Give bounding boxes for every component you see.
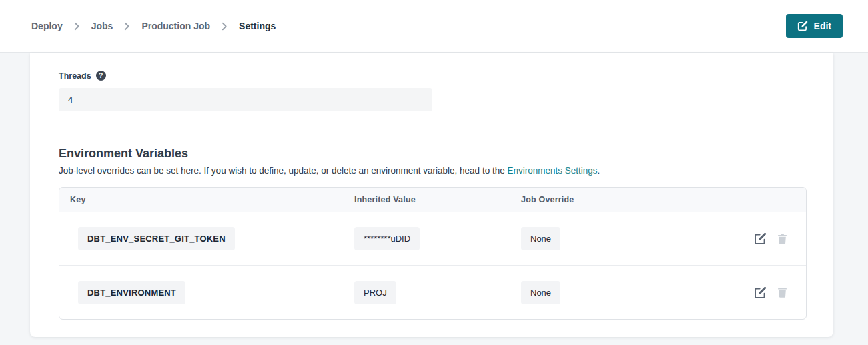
chevron-right-icon (222, 22, 228, 31)
env-var-inherited-value: PROJ (354, 281, 396, 304)
threads-label: Threads (59, 71, 91, 81)
env-var-key: DBT_ENVIRONMENT (78, 281, 185, 304)
env-var-inherited-value: ********uDID (354, 227, 420, 250)
section-title: Environment Variables (59, 147, 833, 161)
env-var-key: DBT_ENV_SECRET_GIT_TOKEN (78, 227, 235, 250)
section-description: Job-level overrides can be set here. If … (59, 165, 833, 176)
breadcrumb-item-production-job[interactable]: Production Job (141, 21, 210, 31)
env-var-job-override: None (521, 281, 560, 304)
description-text: Job-level overrides can be set here. If … (59, 165, 507, 176)
environment-variables-section: Environment Variables Job-level override… (59, 147, 833, 320)
settings-card: Threads ? Environment Variables Job-leve… (30, 53, 833, 337)
column-header-key: Key (59, 195, 344, 204)
chevron-right-icon (124, 22, 130, 31)
help-question-icon[interactable]: ? (96, 71, 106, 81)
threads-label-row: Threads ? (59, 71, 833, 81)
edit-row-icon[interactable] (754, 286, 767, 299)
row-actions (733, 286, 806, 299)
edit-pencil-icon (797, 21, 808, 31)
edit-button-label: Edit (814, 21, 831, 31)
edit-button[interactable]: Edit (786, 14, 843, 38)
column-header-job-override: Job Override (510, 195, 733, 204)
top-bar: Deploy Jobs Production Job Settings Edit (0, 0, 868, 53)
table-row: DBT_ENV_SECRET_GIT_TOKEN ********uDID No… (59, 212, 806, 266)
breadcrumb: Deploy Jobs Production Job Settings (31, 21, 276, 31)
breadcrumb-item-jobs[interactable]: Jobs (91, 21, 113, 31)
edit-row-icon[interactable] (754, 232, 767, 245)
chevron-right-icon (74, 22, 80, 31)
breadcrumb-item-deploy[interactable]: Deploy (31, 21, 63, 31)
row-actions (733, 232, 806, 245)
description-period: . (598, 165, 600, 176)
environments-settings-link[interactable]: Environments Settings (507, 165, 597, 176)
table-header-row: Key Inherited Value Job Override (59, 188, 806, 212)
breadcrumb-item-settings: Settings (239, 21, 276, 31)
table-row: DBT_ENVIRONMENT PROJ None (59, 266, 806, 319)
threads-input[interactable] (59, 88, 432, 111)
env-vars-table: Key Inherited Value Job Override DBT_ENV… (59, 187, 807, 320)
delete-row-icon[interactable] (777, 286, 788, 298)
column-header-inherited-value: Inherited Value (344, 195, 510, 204)
env-var-job-override: None (521, 227, 560, 250)
delete-row-icon[interactable] (777, 233, 788, 245)
